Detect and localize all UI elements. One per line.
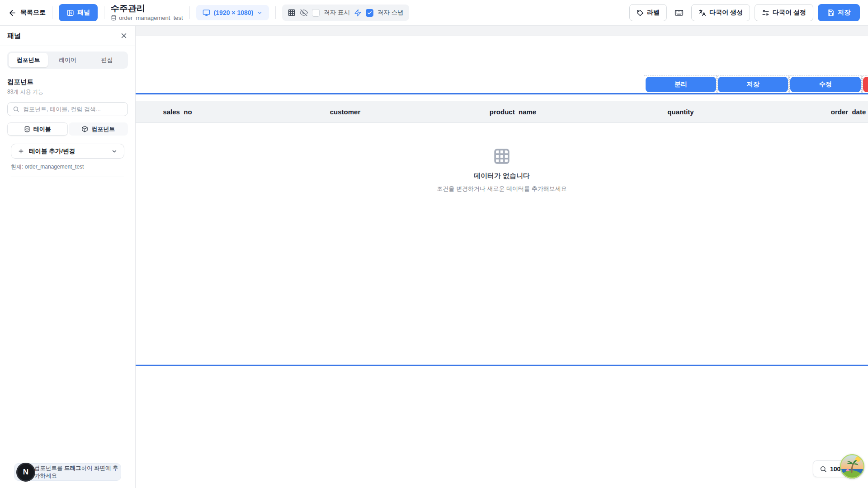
divider [52, 6, 52, 19]
chevron-down-icon [111, 148, 118, 155]
keyboard-shortcuts-button[interactable] [671, 5, 687, 20]
panel-title: 패널 [7, 32, 21, 40]
editor-canvas[interactable]: 분리 저장 수정 sales_no customer product_name … [136, 26, 868, 488]
monitor-icon [203, 9, 210, 17]
grid-snap-label: 격자 스냅 [377, 9, 404, 17]
save-button[interactable]: 저장 [818, 4, 860, 21]
search-input[interactable] [23, 106, 123, 113]
grid-show-checkbox[interactable] [312, 9, 320, 17]
table-empty-state: 데이터가 없습니다 조건을 변경하거나 새로운 데이터를 추가해보세요 [136, 147, 868, 193]
panel-button-label: 패널 [77, 9, 90, 17]
canvas-button-edit[interactable]: 수정 [790, 77, 861, 92]
column-header[interactable]: order_date [764, 101, 868, 122]
canvas-button-save[interactable]: 저장 [718, 77, 788, 92]
panel-toggle-button[interactable]: 패널 [59, 4, 98, 21]
component-search [7, 102, 128, 116]
keyboard-icon [675, 8, 684, 17]
back-label: 목록으로 [20, 9, 46, 17]
chevron-down-icon [257, 10, 263, 16]
data-table-header-row: sales_no customer product_name quantity … [136, 101, 868, 123]
eye-off-icon [300, 9, 308, 17]
snap-zap-icon [354, 9, 362, 17]
tag-icon [637, 9, 644, 16]
search-icon [13, 106, 19, 113]
divider [189, 6, 190, 19]
toggle-table-button[interactable]: 테이블 [7, 122, 68, 136]
divider [275, 6, 276, 19]
n-cursor-badge: N [16, 463, 35, 482]
components-panel: 패널 컴포넌트 레이어 편집 컴포넌트 83개 사용 가능 테이블 컴포넌트 [0, 26, 136, 488]
tab-edit[interactable]: 편집 [87, 53, 127, 67]
translate-icon [698, 9, 706, 17]
components-available-count: 83개 사용 가능 [7, 88, 128, 96]
column-header[interactable]: customer [261, 101, 429, 122]
page-title: 수주관리 [111, 4, 183, 14]
empty-state-title: 데이터가 없습니다 [474, 172, 530, 180]
tab-components[interactable]: 컴포넌트 [9, 53, 48, 67]
empty-state-subtitle: 조건을 변경하거나 새로운 데이터를 추가해보세요 [437, 185, 566, 193]
close-icon[interactable] [120, 32, 128, 40]
grid-show-label: 격자 표시 [324, 9, 350, 17]
viewport-size-dropdown[interactable]: (868 × 488) [196, 5, 269, 20]
canvas-button-separate[interactable]: 분리 [646, 77, 716, 92]
panel-left-icon [66, 9, 74, 17]
column-header[interactable]: sales_no [136, 101, 261, 122]
arrow-left-icon [8, 9, 17, 17]
bound-table-subtitle: order_management_test [111, 14, 183, 21]
components-section-title: 컴포넌트 [7, 78, 128, 86]
database-icon [24, 126, 30, 132]
column-header[interactable]: product_name [429, 101, 597, 122]
current-table-label: 현재: order_management_test [11, 163, 124, 171]
column-header[interactable]: quantity [597, 101, 764, 122]
grid-icon [288, 9, 296, 17]
add-change-table-dropdown[interactable]: 테이블 추가/변경 [11, 144, 124, 159]
grid-settings-group: 격자 표시 격자 스냅 [282, 5, 409, 21]
magnifier-icon [820, 465, 827, 473]
plus-icon [18, 148, 24, 155]
empty-table-icon [492, 147, 511, 166]
source-toggle: 테이블 컴포넌트 [7, 122, 128, 136]
drag-hint: N 컴포넌트를 드래그하여 화면에 추가하세요 [14, 463, 121, 481]
label-button[interactable]: 라벨 [629, 4, 667, 21]
database-icon [111, 15, 117, 21]
grid-snap-checkbox[interactable] [366, 9, 373, 17]
i18n-settings-button[interactable]: 다국어 설정 [755, 4, 813, 21]
sliders-icon [762, 9, 769, 17]
divider [104, 6, 104, 19]
check-icon [367, 10, 372, 15]
viewport-label: (868 × 488) [214, 9, 254, 16]
i18n-generate-button[interactable]: 다국어 생성 [691, 4, 750, 21]
back-to-list-button[interactable]: 목록으로 [8, 9, 46, 17]
canvas-button-danger-clipped[interactable] [863, 77, 868, 92]
save-icon [827, 9, 835, 16]
toggle-component-button[interactable]: 컴포넌트 [69, 122, 128, 136]
table-selection-bottom-border [136, 365, 868, 366]
tab-layers[interactable]: 레이어 [48, 53, 87, 67]
panel-tabs: 컴포넌트 레이어 편집 [7, 52, 128, 69]
table-selection-top-border [136, 93, 868, 94]
app-header: 목록으로 패널 수주관리 order_management_test (1920… [0, 0, 868, 26]
package-icon [81, 126, 88, 132]
island-logo-icon[interactable] [840, 454, 864, 479]
